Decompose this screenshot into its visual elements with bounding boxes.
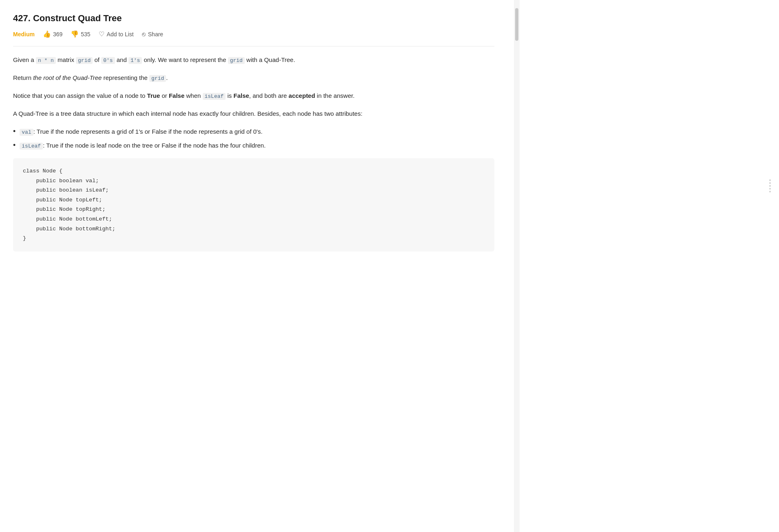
share-label: Share xyxy=(148,31,163,38)
scrollbar-area[interactable] xyxy=(514,0,520,532)
code-n-n: n * n xyxy=(36,57,56,64)
paragraph-3: Notice that you can assign the value of … xyxy=(13,91,494,101)
bullet-isleaf: isLeaf: True if the node is leaf node on… xyxy=(13,140,494,151)
paragraph-1: Given a n * n matrix grid of 0's and 1's… xyxy=(13,55,494,65)
description-section: Given a n * n matrix grid of 0's and 1's… xyxy=(13,55,494,252)
difficulty-badge: Medium xyxy=(13,31,35,38)
dot-1 xyxy=(769,179,771,181)
code-grid-3: grid xyxy=(149,75,166,82)
p1-mid1: matrix xyxy=(56,56,76,63)
share-icon: ⎋ xyxy=(142,31,146,38)
scrollbar-thumb[interactable] xyxy=(515,8,518,41)
paragraph-4: A Quad-Tree is a tree data structure in … xyxy=(13,108,494,119)
bullet1-text: : True if the node represents a grid of … xyxy=(33,128,263,135)
add-to-list-button[interactable]: ♡ Add to List xyxy=(99,30,134,38)
upvote-button[interactable]: 👍 369 xyxy=(43,30,62,38)
p3-end: in the answer. xyxy=(315,92,355,99)
downvote-count: 535 xyxy=(81,31,90,38)
p2-prefix: Return xyxy=(13,74,33,81)
p3-mid3: is xyxy=(226,92,233,99)
main-content: 427. Construct Quad Tree Medium 👍 369 👎 … xyxy=(0,0,514,532)
p3-bold1: True xyxy=(147,92,160,99)
code-ones: 1's xyxy=(128,57,142,64)
share-button[interactable]: ⎋ Share xyxy=(142,31,163,38)
p1-suffix: only. We want to represent the xyxy=(142,56,228,63)
add-to-list-label: Add to List xyxy=(107,31,134,38)
p2-suffix: . xyxy=(166,74,168,81)
p1-end: with a Quad-Tree. xyxy=(245,56,295,63)
attributes-list: val: True if the node represents a grid … xyxy=(13,126,494,151)
dot-5 xyxy=(769,191,771,192)
code-grid-1: grid xyxy=(76,57,93,64)
p3-bold2: False xyxy=(169,92,184,99)
p3-prefix: Notice that you can assign the value of … xyxy=(13,92,147,99)
code-isleaf-2: isLeaf xyxy=(20,143,43,150)
paragraph-2: Return the root of the Quad-Tree represe… xyxy=(13,73,494,83)
code-val: val xyxy=(20,129,33,136)
p2-italic: the root of the Quad-Tree xyxy=(33,74,102,81)
bullet-val: val: True if the node represents a grid … xyxy=(13,126,494,137)
p1-mid2: of xyxy=(93,56,101,63)
heart-icon: ♡ xyxy=(99,30,104,38)
p3-mid2: when xyxy=(184,92,202,99)
p3-bold3: False xyxy=(233,92,249,99)
p2-mid: representing the xyxy=(102,74,149,81)
bullet2-text: : True if the node is leaf node on the t… xyxy=(43,142,266,149)
bullet-val-content: val: True if the node represents a grid … xyxy=(20,126,262,137)
p3-bold4: accepted xyxy=(289,92,315,99)
p3-mid1: or xyxy=(160,92,169,99)
dot-3 xyxy=(769,185,771,187)
dot-2 xyxy=(769,182,771,184)
code-block: class Node { public boolean val; public … xyxy=(13,158,494,252)
p1-mid3: and xyxy=(115,56,128,63)
downvote-button[interactable]: 👎 535 xyxy=(71,30,90,38)
problem-title: 427. Construct Quad Tree xyxy=(13,13,494,24)
p1-prefix: Given a xyxy=(13,56,36,63)
code-zeros: 0's xyxy=(101,57,115,64)
code-grid-2: grid xyxy=(228,57,245,64)
thumbs-up-icon: 👍 xyxy=(43,30,51,38)
dot-4 xyxy=(769,188,771,190)
code-isleaf-1: isLeaf xyxy=(203,93,226,100)
p3-suffix: , and both are xyxy=(249,92,289,99)
meta-row: Medium 👍 369 👎 535 ♡ Add to List ⎋ Share xyxy=(13,30,494,46)
right-dots-panel xyxy=(769,179,771,192)
thumbs-down-icon: 👎 xyxy=(71,30,79,38)
bullet-isleaf-content: isLeaf: True if the node is leaf node on… xyxy=(20,140,266,151)
upvote-count: 369 xyxy=(53,31,62,38)
